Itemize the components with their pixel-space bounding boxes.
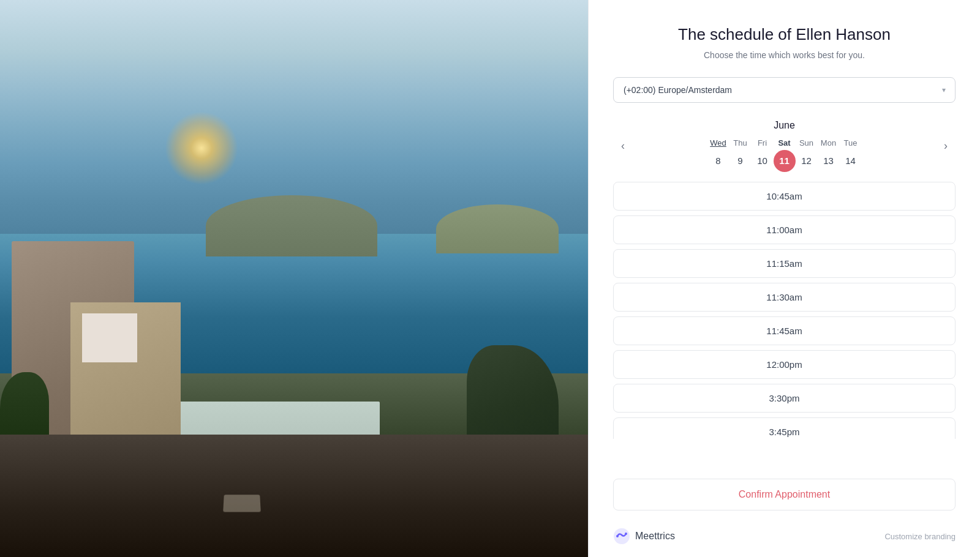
calendar-day-8[interactable]: Wed8 bbox=[707, 138, 729, 172]
photo-panel bbox=[0, 0, 588, 557]
chevron-left-icon: ‹ bbox=[621, 140, 625, 152]
next-month-button[interactable]: › bbox=[936, 136, 956, 155]
svg-point-0 bbox=[614, 528, 630, 544]
time-slot-11-45am[interactable]: 11:45am bbox=[613, 316, 956, 345]
svg-point-1 bbox=[616, 535, 619, 537]
calendar-day-10[interactable]: Fri10 bbox=[752, 138, 774, 172]
calendar-nav: ‹ June Wed8Thu9Fri10Sat11Sun12Mon13Tue14… bbox=[613, 120, 956, 172]
confirm-appointment-button[interactable]: Confirm Appointment bbox=[613, 479, 956, 510]
scheduler-footer: Meettrics Customize branding bbox=[589, 520, 980, 557]
calendar-day-13[interactable]: Mon13 bbox=[818, 138, 840, 172]
calendar-day-11[interactable]: Sat11 bbox=[774, 138, 796, 172]
calendar-day-9[interactable]: Thu9 bbox=[729, 138, 752, 172]
customize-branding-link[interactable]: Customize branding bbox=[884, 532, 956, 541]
scheduler-panel: The schedule of Ellen Hanson Choose the … bbox=[588, 0, 980, 557]
calendar-day-14[interactable]: Tue14 bbox=[840, 138, 862, 172]
scheduler-content: The schedule of Ellen Hanson Choose the … bbox=[589, 0, 980, 469]
calendar-days: Wed8Thu9Fri10Sat11Sun12Mon13Tue14 bbox=[707, 138, 862, 172]
time-slot-11-00am[interactable]: 11:00am bbox=[613, 215, 956, 244]
time-slots-list: 10:45am11:00am11:15am11:30am11:45am12:00… bbox=[613, 182, 956, 439]
timezone-wrapper: (+02:00) Europe/Amsterdam(+00:00) UTC(+0… bbox=[613, 77, 956, 103]
time-slot-11-30am[interactable]: 11:30am bbox=[613, 283, 956, 312]
calendar-month: June bbox=[774, 120, 795, 131]
meettrics-logo-icon bbox=[613, 528, 630, 545]
page-subtitle: Choose the time which works best for you… bbox=[613, 50, 956, 60]
timezone-select[interactable]: (+02:00) Europe/Amsterdam(+00:00) UTC(+0… bbox=[613, 77, 956, 103]
chevron-right-icon: › bbox=[944, 140, 948, 152]
time-slot-10-45am[interactable]: 10:45am bbox=[613, 182, 956, 211]
page-title: The schedule of Ellen Hanson bbox=[613, 24, 956, 45]
brand-name: Meettrics bbox=[635, 531, 675, 542]
time-slot-11-15am[interactable]: 11:15am bbox=[613, 249, 956, 278]
time-slot-12-00pm[interactable]: 12:00pm bbox=[613, 350, 956, 379]
brand-logo: Meettrics bbox=[613, 528, 675, 545]
time-slot-3-30pm[interactable]: 3:30pm bbox=[613, 384, 956, 413]
time-slot-3-45pm[interactable]: 3:45pm bbox=[613, 417, 956, 439]
sun-glow bbox=[165, 111, 238, 185]
calendar-day-12[interactable]: Sun12 bbox=[796, 138, 818, 172]
prev-month-button[interactable]: ‹ bbox=[613, 136, 633, 155]
svg-point-2 bbox=[625, 533, 627, 535]
